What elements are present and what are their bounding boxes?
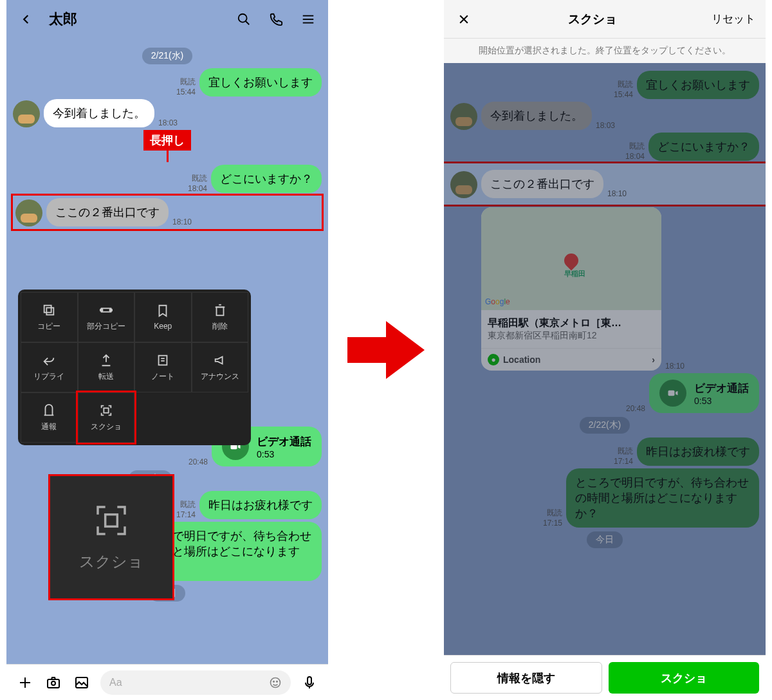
svg-point-22 bbox=[51, 681, 55, 685]
location-address: 東京都新宿区早稲田南町12 bbox=[488, 330, 655, 342]
sent-bubble[interactable]: どこにいますか？ bbox=[648, 133, 759, 161]
recv-bubble[interactable]: 今到着しました。 bbox=[44, 99, 154, 127]
mic-icon[interactable] bbox=[300, 673, 319, 692]
svg-rect-16 bbox=[104, 408, 108, 412]
bottom-bar: 情報を隠す スクショ bbox=[444, 655, 766, 700]
message-row: 今到着しました。 18:03 bbox=[13, 99, 322, 127]
video-call-row: 20:48 ビデオ通話0:53 bbox=[450, 373, 759, 413]
location-title: 早稲田駅（東京メトロ［東… bbox=[488, 317, 655, 330]
svg-line-1 bbox=[246, 21, 250, 25]
message-row: 既読18:04 どこにいますか？ bbox=[13, 165, 322, 193]
ctx-keep[interactable]: Keep bbox=[134, 292, 192, 342]
selected-row[interactable]: ここの２番出口です 18:10 bbox=[444, 163, 766, 205]
svg-point-8 bbox=[100, 309, 103, 311]
svg-point-26 bbox=[277, 681, 278, 682]
search-icon[interactable] bbox=[234, 10, 253, 29]
message-row: 既読15:44 宜しくお願いします bbox=[13, 68, 322, 97]
chat-name: 太郎 bbox=[49, 10, 77, 29]
ctx-screenshot[interactable]: スクショ bbox=[78, 392, 135, 443]
arrow-icon bbox=[341, 321, 431, 379]
screenshot-tile-enlarged: スクショ bbox=[50, 476, 172, 598]
chat-header: 太郎 bbox=[6, 0, 328, 39]
video-call-bubble[interactable]: ビデオ通話0:53 bbox=[649, 373, 759, 413]
recv-bubble[interactable]: 今到着しました。 bbox=[481, 102, 592, 130]
date-chip: 2/21(水) bbox=[142, 48, 193, 64]
highlighted-row: ここの２番出口です 18:10 bbox=[13, 196, 322, 229]
svg-rect-17 bbox=[106, 515, 118, 527]
plus-icon[interactable] bbox=[15, 673, 35, 692]
avatar[interactable] bbox=[450, 103, 477, 130]
hint-text: 開始位置が選択されました。終了位置をタップしてください。 bbox=[444, 39, 766, 63]
screenshot-header: スクショ リセット bbox=[444, 0, 766, 39]
message-row: 今到着しました。 18:03 bbox=[450, 102, 759, 130]
menu-icon[interactable] bbox=[299, 10, 318, 29]
ctx-report[interactable]: 通報 bbox=[21, 392, 78, 443]
emoji-icon[interactable] bbox=[269, 676, 282, 689]
ctx-partial-copy[interactable]: 部分コピー bbox=[78, 292, 135, 342]
ctx-announce[interactable]: アナウンス bbox=[192, 342, 249, 392]
svg-rect-10 bbox=[216, 307, 223, 315]
input-bar: Aa bbox=[6, 664, 328, 700]
message-input[interactable]: Aa bbox=[100, 670, 291, 695]
avatar[interactable] bbox=[13, 100, 40, 127]
gallery-icon[interactable] bbox=[72, 673, 91, 692]
date-chip: 今日 bbox=[587, 531, 623, 548]
map-pin-icon bbox=[561, 250, 581, 270]
svg-point-24 bbox=[271, 677, 280, 687]
svg-rect-5 bbox=[47, 308, 54, 315]
svg-point-25 bbox=[273, 681, 275, 682]
svg-rect-6 bbox=[44, 305, 51, 312]
longpress-label: 長押し bbox=[143, 130, 191, 151]
ctx-reply[interactable]: リプライ bbox=[21, 342, 78, 392]
ctx-forward[interactable]: 転送 bbox=[78, 342, 135, 392]
right-phone: スクショ リセット 開始位置が選択されました。終了位置をタップしてください。 既… bbox=[444, 0, 766, 700]
date-chip: 2/22(木) bbox=[580, 417, 630, 434]
location-row: 早稲田 Google 早稲田駅（東京メトロ［東… 東京都新宿区早稲田南町12 ●… bbox=[481, 207, 759, 371]
sent-bubble[interactable]: ところで明日ですが、待ち合わせの時間と場所はどこになりますか？ bbox=[566, 468, 759, 528]
svg-rect-27 bbox=[308, 677, 311, 685]
svg-point-0 bbox=[239, 14, 247, 23]
video-icon bbox=[659, 380, 686, 407]
sent-bubble[interactable]: 宜しくお願いします bbox=[199, 68, 322, 97]
close-icon[interactable] bbox=[454, 10, 473, 29]
chat-area[interactable]: 2/21(水) 既読15:44 宜しくお願いします 今到着しました。 18:03… bbox=[6, 39, 328, 664]
left-phone: 太郎 2/21(水) 既読15:44 宜しくお願いします 今到着しました。 18… bbox=[6, 0, 328, 700]
camera-icon[interactable] bbox=[44, 673, 63, 692]
sent-bubble[interactable]: 昨日はお疲れ様です bbox=[199, 491, 322, 519]
location-card[interactable]: 早稲田 Google 早稲田駅（東京メトロ［東… 東京都新宿区早稲田南町12 ●… bbox=[481, 207, 661, 371]
screenshot-title: スクショ bbox=[568, 11, 617, 28]
chat-area[interactable]: 既読15:44 宜しくお願いします 今到着しました。 18:03 既読18:04… bbox=[444, 63, 766, 655]
context-menu: コピー 部分コピー Keep 削除 リプライ 転送 bbox=[18, 290, 251, 445]
message-row: 既読17:14 昨日はお疲れ様です bbox=[450, 438, 759, 466]
recv-bubble[interactable]: ここの２番出口です bbox=[481, 170, 603, 198]
recv-bubble-pressed[interactable]: ここの２番出口です bbox=[46, 198, 169, 226]
message-row: 既読17:15 ところで明日ですが、待ち合わせの時間と場所はどこになりますか？ bbox=[450, 468, 759, 528]
sent-bubble[interactable]: 宜しくお願いします bbox=[637, 71, 759, 99]
message-row: 既読18:04 どこにいますか？ bbox=[450, 133, 759, 161]
screenshot-button[interactable]: スクショ bbox=[609, 662, 759, 694]
hide-info-button[interactable]: 情報を隠す bbox=[450, 662, 602, 694]
message-row: 既読15:44 宜しくお願いします bbox=[450, 71, 759, 99]
map-preview: 早稲田 Google bbox=[481, 207, 661, 310]
svg-point-9 bbox=[109, 309, 112, 311]
ctx-note[interactable]: ノート bbox=[134, 342, 192, 392]
svg-rect-21 bbox=[48, 679, 59, 688]
sent-bubble[interactable]: どこにいますか？ bbox=[211, 165, 322, 193]
ctx-copy[interactable]: コピー bbox=[21, 292, 78, 342]
sent-bubble[interactable]: 昨日はお疲れ様です bbox=[637, 438, 759, 466]
reset-button[interactable]: リセット bbox=[712, 12, 755, 26]
back-icon[interactable] bbox=[17, 10, 36, 29]
chevron-right-icon: › bbox=[652, 355, 655, 365]
avatar[interactable] bbox=[450, 171, 477, 198]
svg-rect-30 bbox=[668, 391, 675, 396]
ctx-delete[interactable]: 削除 bbox=[192, 292, 249, 342]
avatar[interactable] bbox=[15, 199, 42, 226]
call-icon[interactable] bbox=[266, 10, 286, 29]
